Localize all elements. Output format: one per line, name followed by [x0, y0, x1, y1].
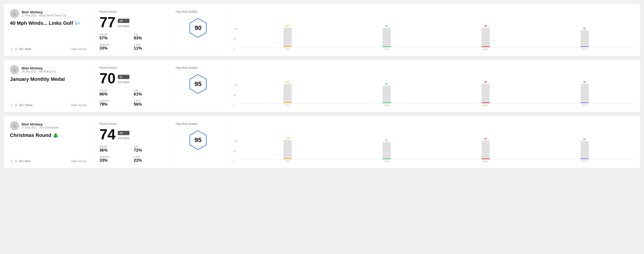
divider: [93, 65, 93, 107]
tee-label: Tee: Black: [19, 47, 31, 51]
tee-label: Tee: Blue: [19, 160, 30, 163]
score-holes: 18 Holes: [118, 24, 129, 28]
round-card-2: Blair McHarg 29 Jan 2022 · Mill Ride GCC…: [4, 60, 640, 112]
round-title: Christmas Round 🎄: [10, 132, 86, 138]
card-middle: Round Score 74 +2 18 Holes FW Hit 36% GI…: [100, 121, 163, 163]
avg-shot-quality-label: Avg Shot Quality: [176, 66, 220, 69]
user-name: Blair McHarg: [22, 66, 56, 70]
hexagon: 95: [188, 130, 208, 150]
stats-grid: FW Hit 57% GIR 83% Up/Down 33% 1 Putt 11…: [100, 33, 163, 51]
divider2: [169, 121, 169, 163]
avatar: [10, 9, 19, 18]
user-info: Blair McHarg 29 Jan 2022 · Mill Ride GCC: [22, 66, 56, 73]
card-left-1: Blair McHarg 12 Feb 2022 · Royal North D…: [10, 9, 86, 51]
tee-info: Tee: Black: [10, 47, 31, 51]
card-footer: Tee: Black Data: Arccos: [10, 47, 86, 51]
score-big: 77: [100, 15, 116, 29]
hexagon: 90: [188, 18, 208, 38]
hexagon-score: 95: [194, 80, 202, 88]
fw-hit-stat: FW Hit 36%: [100, 145, 128, 153]
cloud-icon: [10, 104, 13, 107]
card-quality: Avg Shot Quality 90: [176, 9, 220, 51]
score-row: 77 +5 18 Holes: [100, 15, 163, 29]
hexagon-container: 90: [176, 18, 220, 38]
stats-grid: FW Hit 36% GIR 72% Up/Down 33% 1 Putt 22…: [100, 145, 163, 163]
tee-info: Tee: Blue: [10, 160, 30, 163]
card-footer: Tee: Blue Data: Arccos: [10, 160, 86, 163]
data-source: Data: Arccos: [71, 47, 86, 51]
score-badge: +2: [118, 131, 129, 135]
hexagon: 95: [188, 74, 208, 94]
divider3: [227, 9, 227, 51]
user-info: Blair McHarg 27 Dec 2021 · The Oxfordshi…: [22, 122, 59, 129]
divider: [93, 9, 93, 51]
bar-group-putt: 82: [535, 25, 634, 47]
bar-group-ott: 110: [238, 137, 337, 159]
card-middle: Round Score 77 +5 18 Holes FW Hit 57% GI…: [100, 9, 163, 51]
chart-area: 100 50 0 110 87 95: [234, 121, 634, 163]
bar-group-putt: 99: [535, 81, 634, 103]
bar-group-arg: 96: [436, 81, 535, 103]
golf-bag-icon: [14, 160, 18, 163]
user-info: Blair McHarg 12 Feb 2022 · Royal North D…: [22, 10, 67, 17]
svg-point-3: [14, 68, 15, 70]
round-score-label: Round Score: [100, 66, 163, 69]
fw-hit-stat: FW Hit 86%: [100, 89, 128, 97]
divider: [93, 121, 93, 163]
data-source: Data: Arccos: [71, 104, 86, 107]
avatar: [10, 65, 19, 74]
bar-group-app: 87: [337, 137, 436, 159]
score-row: 70 -2 18 Holes: [100, 71, 163, 86]
cloud-icon: [10, 47, 13, 51]
golf-bag-icon: [14, 47, 18, 51]
tee-info: Tee: Yellow: [10, 104, 32, 107]
svg-point-0: [14, 12, 15, 13]
up-down-stat: Up/Down 33%: [100, 155, 128, 163]
chart-area: 100 50 0 101 86 96: [234, 65, 634, 107]
user-row: Blair McHarg 27 Dec 2021 · The Oxfordshi…: [10, 121, 86, 130]
bar-group-ott: 101: [238, 81, 337, 103]
user-row: Blair McHarg 29 Jan 2022 · Mill Ride GCC: [10, 65, 86, 74]
data-source: Data: Arccos: [71, 160, 86, 163]
date-course: 29 Jan 2022 · Mill Ride GCC: [22, 70, 56, 73]
date-course: 12 Feb 2022 · Royal North Devon GC: [22, 14, 67, 17]
golf-bag-icon: [14, 104, 18, 107]
bar-group-app: 86: [337, 81, 436, 103]
round-score-label: Round Score: [100, 10, 163, 13]
date-course: 27 Dec 2021 · The Oxfordshire: [22, 126, 59, 129]
gir-stat: GIR 72%: [134, 145, 163, 153]
bar-group-ott: 107: [238, 25, 337, 47]
fw-hit-stat: FW Hit 57%: [100, 33, 128, 40]
score-big: 74: [100, 127, 116, 142]
score-row: 74 +2 18 Holes: [100, 127, 163, 142]
card-left-3: Blair McHarg 27 Dec 2021 · The Oxfordshi…: [10, 121, 86, 163]
round-card-1: Blair McHarg 12 Feb 2022 · Royal North D…: [4, 3, 640, 56]
one-putt-stat: 1 Putt 11%: [134, 43, 163, 51]
score-holes: 18 Holes: [118, 136, 129, 140]
avg-shot-quality-label: Avg Shot Quality: [176, 122, 220, 126]
divider2: [169, 9, 169, 51]
card-middle: Round Score 70 -2 18 Holes FW Hit 86% GI…: [100, 65, 163, 107]
user-row: Blair McHarg 12 Feb 2022 · Royal North D…: [10, 9, 86, 18]
round-title: 40 Mph Winds... Links Golf 🌬️: [10, 20, 86, 26]
bar-group-putt: 93: [535, 137, 634, 159]
one-putt-stat: 1 Putt 56%: [134, 99, 163, 107]
avatar: [10, 121, 19, 130]
gir-stat: GIR 61%: [134, 89, 163, 97]
round-title: January Monthly Medal: [10, 76, 86, 82]
score-big: 70: [100, 71, 116, 86]
stats-grid: FW Hit 86% GIR 61% Up/Down 78% 1 Putt 56…: [100, 89, 163, 107]
chart-area: 100 50 0 107 95 98: [234, 9, 634, 51]
bar-group-app: 95: [337, 25, 436, 47]
card-footer: Tee: Yellow Data: Arccos: [10, 104, 86, 107]
hexagon-container: 95: [176, 74, 220, 94]
one-putt-stat: 1 Putt 22%: [134, 155, 163, 163]
up-down-stat: Up/Down 78%: [100, 99, 128, 107]
hexagon-score: 95: [194, 136, 202, 144]
hexagon-score: 90: [194, 24, 202, 31]
bar-group-arg: 95: [436, 137, 535, 159]
user-name: Blair McHarg: [22, 10, 67, 14]
round-card-3: Blair McHarg 27 Dec 2021 · The Oxfordshi…: [4, 116, 640, 168]
score-badge: +5: [118, 19, 129, 23]
card-left-2: Blair McHarg 29 Jan 2022 · Mill Ride GCC…: [10, 65, 86, 107]
